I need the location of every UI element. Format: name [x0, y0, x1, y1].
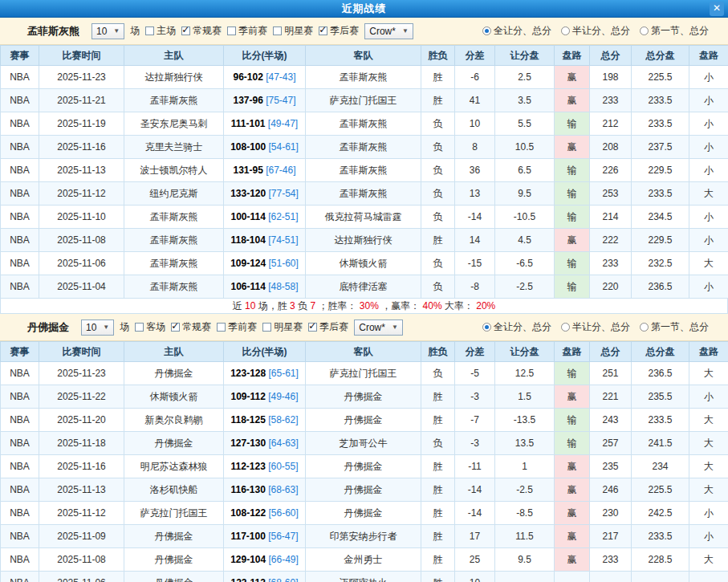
cell-total-points: 243: [590, 409, 632, 432]
cell-match-date: 2025-11-22: [39, 385, 124, 409]
games-count-select[interactable]: 10 ▼: [81, 319, 114, 336]
filter-checkbox[interactable]: 季后赛: [308, 320, 348, 334]
filter-checkbox[interactable]: 常规赛: [181, 24, 222, 38]
cell-league: NBA: [1, 525, 39, 548]
cell-score: 122-112 [68-60]: [224, 572, 306, 582]
cell-point-diff: 36: [455, 159, 495, 182]
cell-away-team: 丹佛掘金: [306, 385, 421, 409]
summary-segment: 3: [290, 300, 295, 311]
cell-score: 133-120 [77-54]: [224, 182, 306, 206]
table-header-row: 赛事 比赛时间 主队 比分(半场) 客队 胜负 分差 让分盘 盘路 总分 总分盘…: [1, 342, 728, 362]
cell-total-points: 235: [590, 455, 632, 478]
game-row: NBA 2025-11-09 丹佛掘金 117-100 [56-47] 印第安纳…: [1, 525, 728, 548]
radio-circle-icon[interactable]: [640, 26, 649, 35]
col-handicap-result: 盘路: [555, 46, 590, 66]
radio-label: 第一节、总分: [651, 24, 709, 38]
checkbox-box-icon[interactable]: [262, 323, 271, 332]
cell-total-points: [590, 572, 632, 582]
cell-win-loss: 胜: [421, 66, 455, 89]
checkbox-label: 常规赛: [182, 320, 211, 334]
checkbox-box-icon[interactable]: [319, 26, 327, 35]
close-icon[interactable]: ✕: [710, 2, 724, 16]
score-halftime: [65-61]: [269, 368, 299, 379]
radio-circle-icon[interactable]: [561, 26, 570, 35]
cell-league: NBA: [1, 252, 39, 275]
bookmaker-value: Crow*: [369, 26, 396, 37]
checkbox-box-icon[interactable]: [217, 323, 226, 332]
score-final: 127-130: [230, 438, 266, 449]
cell-home-team: 达拉斯独行侠: [124, 66, 224, 89]
checkbox-box-icon[interactable]: [273, 26, 282, 35]
score-halftime: [62-51]: [268, 211, 298, 222]
bookmaker-select[interactable]: Crow* ▼: [364, 23, 413, 39]
summary-segment: 20%: [476, 300, 495, 311]
checkbox-box-icon[interactable]: [181, 26, 190, 35]
filter-checkbox[interactable]: 季后赛: [319, 24, 359, 38]
game-row: NBA 2025-11-22 休斯顿火箭 109-112 [49-46] 丹佛掘…: [1, 385, 728, 409]
filter-checkbox[interactable]: 常规赛: [171, 320, 211, 334]
checkbox-box-icon[interactable]: [135, 323, 144, 332]
summary-segment: 7: [310, 300, 315, 311]
filter-checkbox[interactable]: 季前赛: [217, 320, 257, 334]
cell-total-points: 217: [590, 525, 632, 548]
filter-checkbox[interactable]: 明星赛: [262, 320, 303, 334]
radio-circle-icon[interactable]: [561, 323, 570, 332]
col-handicap-line: 让分盘: [495, 46, 555, 66]
cell-handicap-line: 13.5: [495, 432, 555, 455]
filter-radio[interactable]: 半让分、总分: [561, 320, 630, 334]
cell-match-date: 2025-11-09: [39, 525, 124, 548]
cell-handicap-result: 输: [555, 409, 590, 432]
cell-point-diff: -15: [455, 252, 495, 275]
checkbox-box-icon[interactable]: [227, 26, 236, 35]
game-row: NBA 2025-11-10 孟菲斯灰熊 100-114 [62-51] 俄克拉…: [1, 206, 728, 229]
checkbox-box-icon[interactable]: [145, 26, 154, 35]
cell-over-under: 小: [689, 229, 728, 252]
cell-win-loss: 负: [421, 275, 455, 299]
cell-home-team: 孟菲斯灰熊: [124, 275, 224, 299]
cell-over-under: 小: [689, 112, 728, 136]
filter-radio[interactable]: 全让分、总分: [482, 320, 551, 334]
cell-point-diff: 8: [455, 136, 495, 159]
cell-over-under: 小: [689, 206, 728, 229]
game-row: NBA 2025-11-08 丹佛掘金 129-104 [66-49] 金州勇士…: [1, 548, 728, 572]
cell-total-points: 198: [590, 66, 632, 89]
results-table-nuggets: 赛事 比赛时间 主队 比分(半场) 客队 胜负 分差 让分盘 盘路 总分 总分盘…: [0, 341, 728, 582]
cell-win-loss: 负: [421, 362, 455, 385]
checkbox-box-icon[interactable]: [171, 323, 180, 332]
cell-total-points: 220: [590, 275, 632, 299]
cell-handicap-result: 输: [555, 206, 590, 229]
cell-handicap-result: 赢: [555, 502, 590, 525]
filter-checkbox[interactable]: 明星赛: [273, 24, 313, 38]
radio-label: 半让分、总分: [572, 320, 630, 334]
filter-checkbox[interactable]: 季前赛: [227, 24, 267, 38]
game-row: NBA 2025-11-06 孟菲斯灰熊 109-124 [51-60] 休斯顿…: [1, 252, 728, 275]
bookmaker-select[interactable]: Crow* ▼: [354, 319, 403, 336]
cell-handicap-result: 赢: [555, 548, 590, 572]
cell-over-under: 小: [689, 89, 728, 112]
cell-league: NBA: [1, 572, 39, 582]
radio-circle-icon[interactable]: [482, 26, 491, 35]
section-grizzlies: 孟菲斯灰熊 10 ▼ 场 主场 常规赛 季前赛 明星赛 季后赛 Crow* ▼: [0, 18, 728, 314]
filter-checkbox[interactable]: 客场: [135, 320, 165, 334]
cell-home-team: 丹佛掘金: [124, 525, 224, 548]
cell-over-under: 小: [689, 385, 728, 409]
cell-point-diff: -7: [455, 409, 495, 432]
col-total: 总分: [590, 46, 632, 66]
cell-handicap-line: 2.5: [495, 66, 555, 89]
cell-home-team: 孟菲斯灰熊: [124, 206, 224, 229]
radio-circle-icon[interactable]: [640, 323, 649, 332]
filter-radio[interactable]: 半让分、总分: [561, 24, 630, 38]
filter-checkbox[interactable]: 主场: [145, 24, 176, 38]
filter-radio[interactable]: 第一节、总分: [640, 24, 709, 38]
cell-over-under: 小: [689, 275, 728, 299]
radio-circle-icon[interactable]: [482, 323, 491, 332]
radio-label: 全让分、总分: [494, 320, 551, 334]
game-row: NBA 2025-11-12 萨克拉门托国王 108-122 [56-60] 丹…: [1, 502, 728, 525]
checkbox-box-icon[interactable]: [308, 323, 317, 332]
cell-league: NBA: [1, 229, 39, 252]
cell-score: 129-104 [66-49]: [224, 548, 306, 572]
filter-radio[interactable]: 第一节、总分: [640, 320, 709, 334]
game-row: NBA 2025-11-19 圣安东尼奥马刺 111-101 [49-47] 孟…: [1, 112, 728, 136]
filter-radio[interactable]: 全让分、总分: [482, 24, 551, 38]
games-count-select[interactable]: 10 ▼: [92, 23, 124, 39]
